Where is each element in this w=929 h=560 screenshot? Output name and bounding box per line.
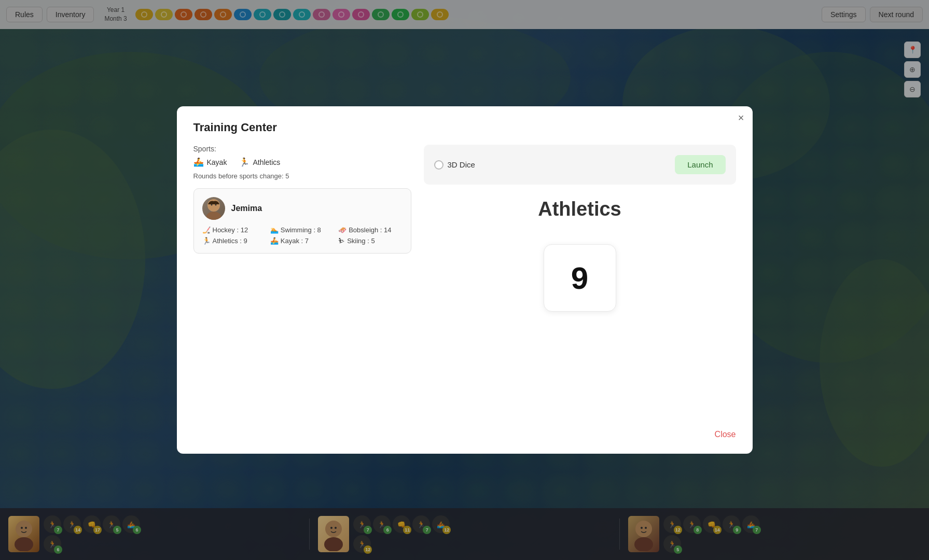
kayak-sport-icon: 🚣 <box>193 157 204 167</box>
stat-icon: 🏃 <box>202 237 211 245</box>
stat-label: Hockey : 12 <box>213 226 248 234</box>
stat-item: 🏊Swimming : 8 <box>270 226 334 234</box>
athlete-name: Jemima <box>231 204 262 213</box>
sports-list: 🚣 Kayak 🏃 Athletics <box>193 157 411 167</box>
stat-label: Bobsleigh : 14 <box>349 226 391 234</box>
sports-label: Sports: <box>193 145 411 153</box>
dice-radio[interactable] <box>434 160 443 170</box>
stat-icon: 🚣 <box>270 237 279 245</box>
stat-item: ⛷Skiing : 5 <box>338 237 402 245</box>
modal-left-panel: Sports: 🚣 Kayak 🏃 Athletics Rounds befor… <box>193 145 411 411</box>
stat-label: Athletics : 9 <box>213 237 247 245</box>
dice-result: 9 <box>544 244 616 312</box>
dice-label: 3D Dice <box>448 160 475 169</box>
rounds-info: Rounds before sports change: 5 <box>193 172 411 180</box>
sport-kayak-label: Kayak <box>207 158 227 166</box>
stat-item: 🏃Athletics : 9 <box>202 237 266 245</box>
modal-footer: Close <box>193 422 736 439</box>
athlete-header: Jemima <box>202 197 403 220</box>
stat-label: Swimming : 8 <box>281 226 321 234</box>
stat-icon: 🏒 <box>202 226 211 234</box>
stat-item: 🛷Bobsleigh : 14 <box>338 226 402 234</box>
modal-body: Sports: 🚣 Kayak 🏃 Athletics Rounds befor… <box>193 145 736 411</box>
athlete-avatar <box>202 197 225 220</box>
stat-icon: ⛷ <box>338 237 345 245</box>
athlete-card: Jemima 🏒Hockey : 12🏊Swimming : 8🛷Bobslei… <box>193 188 411 254</box>
stat-item: 🏒Hockey : 12 <box>202 226 266 234</box>
sport-athletics-label: Athletics <box>253 158 280 166</box>
stat-label: Skiing : 5 <box>347 237 375 245</box>
athletics-heading: Athletics <box>424 193 736 226</box>
dice-option: 3D Dice <box>434 160 475 170</box>
athletics-sport-icon: 🏃 <box>239 157 249 167</box>
launch-button[interactable]: Launch <box>675 155 725 174</box>
modal-title: Training Center <box>193 121 736 134</box>
training-center-modal: × Training Center Sports: 🚣 Kayak 🏃 Athl… <box>177 106 753 454</box>
svg-point-10 <box>206 212 221 220</box>
svg-point-13 <box>215 204 216 206</box>
sport-athletics-item: 🏃 Athletics <box>239 157 280 167</box>
close-footer-button[interactable]: Close <box>715 430 736 439</box>
modal-close-x-button[interactable]: × <box>738 113 744 123</box>
svg-point-12 <box>211 204 212 206</box>
stat-icon: 🛷 <box>338 226 346 234</box>
dice-panel: 3D Dice Launch <box>424 145 736 185</box>
modal-overlay: × Training Center Sports: 🚣 Kayak 🏃 Athl… <box>0 0 929 560</box>
sport-kayak-item: 🚣 Kayak <box>193 157 227 167</box>
modal-right-panel: 3D Dice Launch Athletics 9 <box>424 145 736 411</box>
athlete-stats: 🏒Hockey : 12🏊Swimming : 8🛷Bobsleigh : 14… <box>202 226 403 245</box>
stat-item: 🚣Kayak : 7 <box>270 237 334 245</box>
stat-icon: 🏊 <box>270 226 279 234</box>
stat-label: Kayak : 7 <box>281 237 309 245</box>
